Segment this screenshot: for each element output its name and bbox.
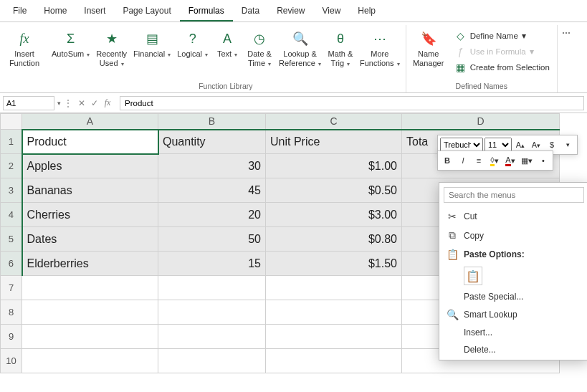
cell-A10[interactable]: [22, 349, 158, 373]
select-all-corner[interactable]: [1, 114, 22, 130]
paste-default-button[interactable]: 📋: [464, 267, 482, 285]
autosum-button[interactable]: ΣAutoSum ▾: [49, 28, 92, 69]
create-from-selection-button[interactable]: ▦ Create from Selection: [451, 59, 554, 75]
menu-insert[interactable]: Insert: [75, 3, 114, 21]
row-header-4[interactable]: 4: [1, 203, 22, 227]
row-header-9[interactable]: 9: [1, 325, 22, 349]
col-header-C[interactable]: C: [266, 114, 402, 130]
menu-review[interactable]: Review: [268, 3, 313, 21]
italic-button[interactable]: I: [456, 153, 470, 168]
align-button[interactable]: ≡: [472, 153, 486, 168]
cell-C7[interactable]: [266, 276, 402, 300]
cell-C5[interactable]: $0.80: [266, 227, 402, 252]
cell-A2[interactable]: Apples: [22, 154, 158, 178]
cell-A7[interactable]: [22, 276, 158, 300]
cell-B7[interactable]: [158, 276, 266, 300]
borders-button[interactable]: ▦▾: [519, 153, 535, 168]
menu-formulas[interactable]: Formulas: [180, 3, 233, 21]
currency-button[interactable]: $: [545, 138, 559, 152]
insert-item[interactable]: Insert...: [439, 324, 587, 341]
cell-B3[interactable]: 45: [158, 178, 266, 203]
cell-B4[interactable]: 20: [158, 203, 266, 227]
cell-A3[interactable]: Bananas: [22, 178, 158, 203]
cell-A9[interactable]: [22, 325, 158, 349]
cell-C6[interactable]: $1.50: [266, 252, 402, 276]
row-header-6[interactable]: 6: [1, 252, 22, 276]
cell-A6[interactable]: Elderberries: [22, 252, 158, 276]
enter-icon[interactable]: ✓: [88, 98, 101, 108]
col-header-B[interactable]: B: [158, 114, 266, 130]
more-functions-button[interactable]: ⋯More Functions ▾: [357, 28, 403, 69]
more-icon[interactable]: •: [536, 153, 550, 168]
cell-C3[interactable]: $0.50: [266, 178, 402, 203]
chevron-down-icon[interactable]: ▾: [560, 138, 575, 152]
financial-button[interactable]: ▤Financial ▾: [130, 28, 173, 69]
date-time-button[interactable]: ◷Date & Time ▾: [244, 28, 275, 69]
cell-C10[interactable]: [266, 349, 402, 373]
cell-B10[interactable]: [158, 349, 266, 373]
font-size-select[interactable]: 11: [485, 138, 512, 152]
cell-C4[interactable]: $3.00: [266, 203, 402, 227]
row-header-7[interactable]: 7: [1, 276, 22, 300]
cancel-icon[interactable]: ✕: [75, 98, 88, 108]
cell-C1[interactable]: Unit Price: [266, 130, 402, 154]
cell-C2[interactable]: $1.00: [266, 154, 402, 178]
chevron-down-icon[interactable]: ▾: [57, 100, 61, 107]
use-in-formula-button[interactable]: ƒ Use in Formula ▾: [451, 44, 554, 59]
cell-A5[interactable]: Dates: [22, 227, 158, 252]
cell-A1[interactable]: Product: [22, 130, 158, 154]
col-header-A[interactable]: A: [22, 114, 158, 130]
recently-used-button[interactable]: ★Recently Used ▾: [93, 28, 130, 69]
text-button[interactable]: AText ▾: [211, 28, 243, 69]
smart-lookup-item[interactable]: 🔍 Smart Lookup: [439, 305, 587, 324]
cell-B6[interactable]: 15: [158, 252, 266, 276]
logical-button[interactable]: ?Logical ▾: [174, 28, 211, 69]
row-header-2[interactable]: 2: [1, 154, 22, 178]
font-select[interactable]: Trebuchet: [440, 138, 483, 152]
math-trig-button[interactable]: θMath & Trig ▾: [325, 28, 356, 69]
define-name-button[interactable]: ◇ Define Name ▾: [451, 28, 554, 44]
decrease-font-button[interactable]: A▾: [529, 138, 543, 152]
menu-help[interactable]: Help: [349, 3, 384, 21]
row-header-1[interactable]: 1: [1, 130, 22, 154]
cell-B1[interactable]: Quantity: [158, 130, 266, 154]
overflow-icon[interactable]: ⋯: [562, 28, 571, 44]
row-header-5[interactable]: 5: [1, 227, 22, 252]
cell-A4[interactable]: Cherries: [22, 203, 158, 227]
menu-view[interactable]: View: [314, 3, 350, 21]
delete-item[interactable]: Delete...: [439, 341, 587, 358]
name-box[interactable]: [3, 96, 54, 110]
menu-file[interactable]: File: [4, 3, 35, 21]
row-header-8[interactable]: 8: [1, 300, 22, 325]
defined-names-label: Defined Names: [409, 80, 554, 92]
menu-home[interactable]: Home: [35, 3, 75, 21]
name-manager-button[interactable]: 🔖 Name Manager: [409, 28, 448, 69]
font-color-button[interactable]: A▾: [503, 153, 517, 168]
cut-item[interactable]: ✂ Cut: [439, 207, 587, 226]
row-header-10[interactable]: 10: [1, 349, 22, 373]
fill-color-button[interactable]: ◊▾: [487, 153, 502, 168]
paste-special-item[interactable]: Paste Special...: [439, 288, 587, 305]
cell-C8[interactable]: [266, 300, 402, 325]
tag-icon: ◇: [455, 30, 467, 42]
cell-B2[interactable]: 30: [158, 154, 266, 178]
insert-function-button[interactable]: fx Insert Function: [6, 28, 43, 69]
cell-B8[interactable]: [158, 300, 266, 325]
col-header-D[interactable]: D: [402, 114, 560, 130]
cell-B9[interactable]: [158, 325, 266, 349]
chevron-down-icon: ▾: [234, 52, 237, 58]
fx-icon[interactable]: fx: [101, 97, 114, 108]
formula-input[interactable]: [120, 96, 584, 110]
increase-font-button[interactable]: A▴: [513, 138, 528, 152]
row-header-3[interactable]: 3: [1, 178, 22, 203]
paste-options-item[interactable]: 📋 Paste Options:: [439, 245, 587, 264]
copy-item[interactable]: ⧉ Copy: [439, 226, 587, 245]
cell-C9[interactable]: [266, 325, 402, 349]
lookup-reference-button[interactable]: 🔍Lookup & Reference ▾: [276, 28, 324, 69]
cell-B5[interactable]: 50: [158, 227, 266, 252]
context-search-input[interactable]: [444, 187, 584, 203]
menu-page-layout[interactable]: Page Layout: [114, 3, 179, 21]
menu-data[interactable]: Data: [233, 3, 268, 21]
bold-button[interactable]: B: [440, 153, 454, 168]
cell-A8[interactable]: [22, 300, 158, 325]
